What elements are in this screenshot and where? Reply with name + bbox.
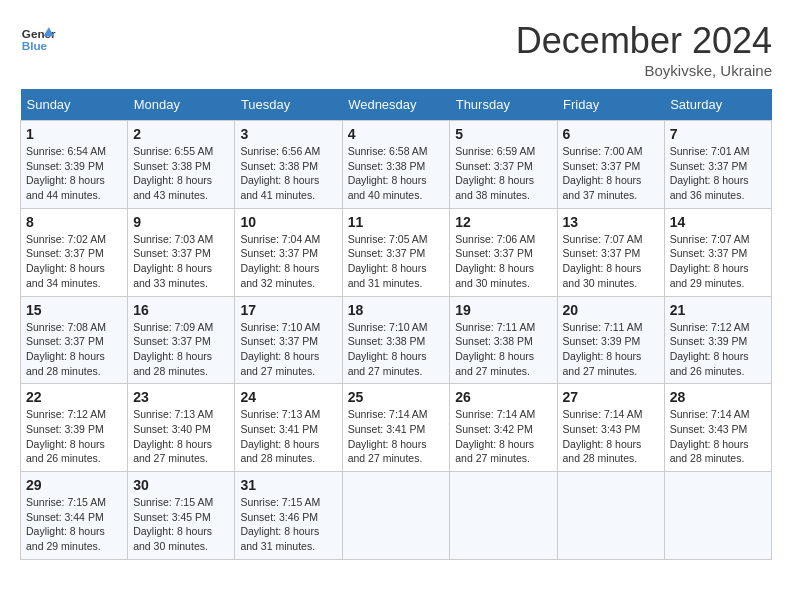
weekday-header-cell: Tuesday [235, 89, 342, 121]
day-number: 20 [563, 302, 659, 318]
day-info: Sunrise: 7:06 AMSunset: 3:37 PMDaylight:… [455, 233, 535, 289]
calendar-day-cell: 24Sunrise: 7:13 AMSunset: 3:41 PMDayligh… [235, 384, 342, 472]
calendar-day-cell: 22Sunrise: 7:12 AMSunset: 3:39 PMDayligh… [21, 384, 128, 472]
day-info: Sunrise: 7:04 AMSunset: 3:37 PMDaylight:… [240, 233, 320, 289]
day-info: Sunrise: 7:14 AMSunset: 3:43 PMDaylight:… [670, 408, 750, 464]
day-info: Sunrise: 6:59 AMSunset: 3:37 PMDaylight:… [455, 145, 535, 201]
calendar-day-cell: 15Sunrise: 7:08 AMSunset: 3:37 PMDayligh… [21, 296, 128, 384]
calendar-day-cell: 2Sunrise: 6:55 AMSunset: 3:38 PMDaylight… [128, 121, 235, 209]
day-info: Sunrise: 7:05 AMSunset: 3:37 PMDaylight:… [348, 233, 428, 289]
weekday-header-cell: Wednesday [342, 89, 450, 121]
day-info: Sunrise: 7:13 AMSunset: 3:41 PMDaylight:… [240, 408, 320, 464]
day-info: Sunrise: 7:01 AMSunset: 3:37 PMDaylight:… [670, 145, 750, 201]
calendar-week-row: 29Sunrise: 7:15 AMSunset: 3:44 PMDayligh… [21, 472, 772, 560]
day-number: 5 [455, 126, 551, 142]
title-block: December 2024 Boykivske, Ukraine [516, 20, 772, 79]
day-number: 28 [670, 389, 766, 405]
weekday-header-cell: Friday [557, 89, 664, 121]
day-number: 25 [348, 389, 445, 405]
day-number: 19 [455, 302, 551, 318]
day-info: Sunrise: 7:02 AMSunset: 3:37 PMDaylight:… [26, 233, 106, 289]
day-number: 18 [348, 302, 445, 318]
day-info: Sunrise: 7:12 AMSunset: 3:39 PMDaylight:… [670, 321, 750, 377]
calendar-day-cell: 19Sunrise: 7:11 AMSunset: 3:38 PMDayligh… [450, 296, 557, 384]
day-number: 17 [240, 302, 336, 318]
calendar-day-cell [342, 472, 450, 560]
calendar-day-cell: 20Sunrise: 7:11 AMSunset: 3:39 PMDayligh… [557, 296, 664, 384]
calendar-day-cell: 1Sunrise: 6:54 AMSunset: 3:39 PMDaylight… [21, 121, 128, 209]
day-number: 15 [26, 302, 122, 318]
day-info: Sunrise: 6:58 AMSunset: 3:38 PMDaylight:… [348, 145, 428, 201]
calendar-day-cell: 16Sunrise: 7:09 AMSunset: 3:37 PMDayligh… [128, 296, 235, 384]
calendar-week-row: 8Sunrise: 7:02 AMSunset: 3:37 PMDaylight… [21, 208, 772, 296]
calendar-day-cell [664, 472, 771, 560]
day-number: 26 [455, 389, 551, 405]
weekday-header-cell: Sunday [21, 89, 128, 121]
calendar-day-cell: 17Sunrise: 7:10 AMSunset: 3:37 PMDayligh… [235, 296, 342, 384]
day-number: 4 [348, 126, 445, 142]
day-number: 7 [670, 126, 766, 142]
day-info: Sunrise: 7:11 AMSunset: 3:39 PMDaylight:… [563, 321, 643, 377]
calendar-day-cell: 23Sunrise: 7:13 AMSunset: 3:40 PMDayligh… [128, 384, 235, 472]
calendar-day-cell [557, 472, 664, 560]
day-info: Sunrise: 6:54 AMSunset: 3:39 PMDaylight:… [26, 145, 106, 201]
calendar-week-row: 1Sunrise: 6:54 AMSunset: 3:39 PMDaylight… [21, 121, 772, 209]
day-number: 11 [348, 214, 445, 230]
day-info: Sunrise: 7:11 AMSunset: 3:38 PMDaylight:… [455, 321, 535, 377]
day-number: 14 [670, 214, 766, 230]
calendar-day-cell: 6Sunrise: 7:00 AMSunset: 3:37 PMDaylight… [557, 121, 664, 209]
calendar-day-cell [450, 472, 557, 560]
day-info: Sunrise: 6:56 AMSunset: 3:38 PMDaylight:… [240, 145, 320, 201]
day-number: 2 [133, 126, 229, 142]
calendar-day-cell: 27Sunrise: 7:14 AMSunset: 3:43 PMDayligh… [557, 384, 664, 472]
calendar-day-cell: 11Sunrise: 7:05 AMSunset: 3:37 PMDayligh… [342, 208, 450, 296]
day-number: 29 [26, 477, 122, 493]
day-info: Sunrise: 7:12 AMSunset: 3:39 PMDaylight:… [26, 408, 106, 464]
day-info: Sunrise: 7:10 AMSunset: 3:37 PMDaylight:… [240, 321, 320, 377]
calendar-day-cell: 12Sunrise: 7:06 AMSunset: 3:37 PMDayligh… [450, 208, 557, 296]
day-info: Sunrise: 7:15 AMSunset: 3:44 PMDaylight:… [26, 496, 106, 552]
calendar-day-cell: 25Sunrise: 7:14 AMSunset: 3:41 PMDayligh… [342, 384, 450, 472]
calendar-table: SundayMondayTuesdayWednesdayThursdayFrid… [20, 89, 772, 560]
calendar-body: 1Sunrise: 6:54 AMSunset: 3:39 PMDaylight… [21, 121, 772, 560]
weekday-header-cell: Monday [128, 89, 235, 121]
calendar-day-cell: 28Sunrise: 7:14 AMSunset: 3:43 PMDayligh… [664, 384, 771, 472]
day-info: Sunrise: 7:03 AMSunset: 3:37 PMDaylight:… [133, 233, 213, 289]
weekday-header-cell: Saturday [664, 89, 771, 121]
day-number: 16 [133, 302, 229, 318]
svg-text:Blue: Blue [22, 39, 48, 52]
day-number: 12 [455, 214, 551, 230]
day-number: 8 [26, 214, 122, 230]
calendar-day-cell: 29Sunrise: 7:15 AMSunset: 3:44 PMDayligh… [21, 472, 128, 560]
month-title: December 2024 [516, 20, 772, 62]
calendar-day-cell: 3Sunrise: 6:56 AMSunset: 3:38 PMDaylight… [235, 121, 342, 209]
calendar-day-cell: 9Sunrise: 7:03 AMSunset: 3:37 PMDaylight… [128, 208, 235, 296]
calendar-day-cell: 26Sunrise: 7:14 AMSunset: 3:42 PMDayligh… [450, 384, 557, 472]
day-number: 27 [563, 389, 659, 405]
day-info: Sunrise: 7:09 AMSunset: 3:37 PMDaylight:… [133, 321, 213, 377]
day-number: 9 [133, 214, 229, 230]
logo: General Blue [20, 20, 56, 56]
calendar-day-cell: 7Sunrise: 7:01 AMSunset: 3:37 PMDaylight… [664, 121, 771, 209]
day-info: Sunrise: 7:07 AMSunset: 3:37 PMDaylight:… [670, 233, 750, 289]
calendar-week-row: 15Sunrise: 7:08 AMSunset: 3:37 PMDayligh… [21, 296, 772, 384]
calendar-day-cell: 13Sunrise: 7:07 AMSunset: 3:37 PMDayligh… [557, 208, 664, 296]
day-number: 1 [26, 126, 122, 142]
calendar-week-row: 22Sunrise: 7:12 AMSunset: 3:39 PMDayligh… [21, 384, 772, 472]
location: Boykivske, Ukraine [516, 62, 772, 79]
day-number: 3 [240, 126, 336, 142]
day-info: Sunrise: 7:13 AMSunset: 3:40 PMDaylight:… [133, 408, 213, 464]
calendar-day-cell: 21Sunrise: 7:12 AMSunset: 3:39 PMDayligh… [664, 296, 771, 384]
calendar-day-cell: 10Sunrise: 7:04 AMSunset: 3:37 PMDayligh… [235, 208, 342, 296]
page-header: General Blue December 2024 Boykivske, Uk… [20, 20, 772, 79]
day-number: 21 [670, 302, 766, 318]
calendar-day-cell: 8Sunrise: 7:02 AMSunset: 3:37 PMDaylight… [21, 208, 128, 296]
day-number: 30 [133, 477, 229, 493]
calendar-day-cell: 14Sunrise: 7:07 AMSunset: 3:37 PMDayligh… [664, 208, 771, 296]
day-number: 22 [26, 389, 122, 405]
day-info: Sunrise: 6:55 AMSunset: 3:38 PMDaylight:… [133, 145, 213, 201]
calendar-day-cell: 31Sunrise: 7:15 AMSunset: 3:46 PMDayligh… [235, 472, 342, 560]
day-number: 6 [563, 126, 659, 142]
calendar-day-cell: 4Sunrise: 6:58 AMSunset: 3:38 PMDaylight… [342, 121, 450, 209]
day-info: Sunrise: 7:15 AMSunset: 3:45 PMDaylight:… [133, 496, 213, 552]
